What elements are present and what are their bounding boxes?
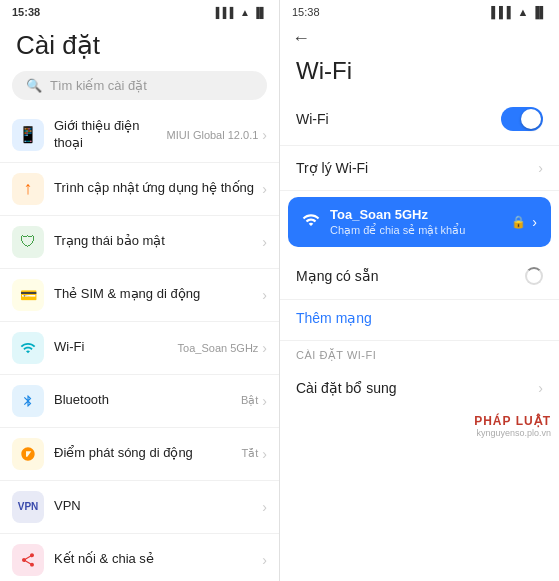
bluetooth-icon	[12, 385, 44, 417]
wifi-status-icon: ▲	[518, 6, 529, 18]
connection-content: Kết nối & chia sẻ	[54, 551, 262, 568]
available-label: Mạng có sẵn	[296, 268, 379, 284]
wifi-settings-section: CÀI ĐẶT WI-FI Cài đặt bổ sung ›	[280, 340, 559, 410]
lock-icon: 🔒	[511, 215, 526, 229]
status-icons-right: ▌▌▌ ▲ ▐▌	[491, 6, 547, 18]
bluetooth-content: Bluetooth	[54, 392, 241, 409]
back-button[interactable]: ←	[292, 28, 310, 49]
settings-item-system-update[interactable]: ↑ Trình cập nhật ứng dụng hệ thống ›	[0, 163, 279, 216]
settings-item-wifi[interactable]: Wi-Fi Toa_Soan 5GHz ›	[0, 322, 279, 375]
wifi-value: Toa_Soan 5GHz	[178, 342, 259, 354]
available-networks-row: Mạng có sẵn	[280, 253, 559, 300]
watermark-brand: PHÁP LUẬT	[280, 414, 551, 428]
settings-list: 📱 Giới thiệu điện thoại MIUI Global 12.0…	[0, 108, 279, 581]
bluetooth-value: Bật	[241, 394, 258, 407]
connected-chevron: ›	[532, 214, 537, 230]
time-right: 15:38	[292, 6, 320, 18]
status-bar-right: 15:38 ▌▌▌ ▲ ▐▌	[280, 0, 559, 22]
search-placeholder: Tìm kiếm cài đặt	[50, 78, 147, 93]
wifi-additional-settings[interactable]: Cài đặt bổ sung ›	[280, 366, 559, 410]
settings-item-sim[interactable]: 💳 Thẻ SIM & mạng di động ›	[0, 269, 279, 322]
vpn-title: VPN	[54, 498, 262, 515]
wifi-assistant-chevron: ›	[538, 160, 543, 176]
system-update-icon: ↑	[12, 173, 44, 205]
wifi-panel: 15:38 ▌▌▌ ▲ ▐▌ ← Wi-Fi Wi-Fi Trợ lý Wi	[280, 0, 559, 581]
settings-item-bluetooth[interactable]: Bluetooth Bật ›	[0, 375, 279, 428]
about-phone-content: Giới thiệu điện thoại	[54, 118, 167, 152]
time-left: 15:38	[12, 6, 40, 18]
sim-icon: 💳	[12, 279, 44, 311]
toggle-knob	[521, 109, 541, 129]
about-phone-icon: 📱	[12, 119, 44, 151]
settings-item-security[interactable]: 🛡 Trạng thái bảo mật ›	[0, 216, 279, 269]
vpn-content: VPN	[54, 498, 262, 515]
wifi-toggle-label: Wi-Fi	[296, 111, 329, 127]
wifi-header: ←	[280, 22, 559, 53]
connected-network-name: Toa_Soan 5GHz	[330, 207, 511, 222]
hotspot-icon	[12, 438, 44, 470]
wifi-settings-chevron: ›	[538, 380, 543, 396]
system-update-title: Trình cập nhật ứng dụng hệ thống	[54, 180, 262, 197]
system-update-content: Trình cập nhật ứng dụng hệ thống	[54, 180, 262, 197]
wifi-chevron: ›	[262, 340, 267, 356]
watermark: PHÁP LUẬT kynguyenso.plo.vn	[280, 410, 559, 442]
vpn-icon: VPN	[12, 491, 44, 523]
connection-icon	[12, 544, 44, 576]
connected-wifi-icon	[302, 211, 320, 233]
wifi-assistant-label: Trợ lý Wi-Fi	[296, 160, 368, 176]
wifi-title: Wi-Fi	[280, 53, 559, 93]
about-phone-title: Giới thiệu điện thoại	[54, 118, 167, 152]
connected-info: Toa_Soan 5GHz Chạm để chia sẻ mật khẩu	[330, 207, 511, 237]
search-bar[interactable]: 🔍 Tìm kiếm cài đặt	[12, 71, 267, 100]
security-content: Trạng thái bảo mật	[54, 233, 262, 250]
wifi-icon-left: ▲	[240, 7, 250, 18]
hotspot-value: Tắt	[242, 447, 259, 460]
wifi-icon-item	[12, 332, 44, 364]
about-phone-chevron: ›	[262, 127, 267, 143]
wifi-toggle-row[interactable]: Wi-Fi	[280, 93, 559, 146]
settings-item-hotspot[interactable]: Điểm phát sóng di động Tắt ›	[0, 428, 279, 481]
security-icon: 🛡	[12, 226, 44, 258]
vpn-chevron: ›	[262, 499, 267, 515]
hotspot-chevron: ›	[262, 446, 267, 462]
security-chevron: ›	[262, 234, 267, 250]
settings-item-about-phone[interactable]: 📱 Giới thiệu điện thoại MIUI Global 12.0…	[0, 108, 279, 163]
connected-network-hint: Chạm để chia sẻ mật khẩu	[330, 224, 511, 237]
about-phone-value: MIUI Global 12.0.1	[167, 129, 259, 141]
connection-title: Kết nối & chia sẻ	[54, 551, 262, 568]
watermark-url: kynguyenso.plo.vn	[280, 428, 551, 438]
wifi-assistant-row[interactable]: Trợ lý Wi-Fi ›	[280, 146, 559, 191]
sim-chevron: ›	[262, 287, 267, 303]
status-icons-left: ▌▌▌ ▲ ▐▌	[216, 7, 267, 18]
add-network-button[interactable]: Thêm mạng	[280, 300, 559, 336]
battery-icon-right: ▐▌	[531, 6, 547, 18]
settings-item-vpn[interactable]: VPN VPN ›	[0, 481, 279, 534]
sim-content: Thẻ SIM & mạng di động	[54, 286, 262, 303]
security-title: Trạng thái bảo mật	[54, 233, 262, 250]
connection-chevron: ›	[262, 552, 267, 568]
wifi-content: Wi-Fi	[54, 339, 178, 356]
bluetooth-chevron: ›	[262, 393, 267, 409]
hotspot-title: Điểm phát sóng di động	[54, 445, 242, 462]
bluetooth-title: Bluetooth	[54, 392, 241, 409]
wifi-settings-section-label: CÀI ĐẶT WI-FI	[280, 341, 559, 366]
wifi-content-list: Wi-Fi Trợ lý Wi-Fi › Toa_Soan 5GHz	[280, 93, 559, 581]
loading-spinner	[525, 267, 543, 285]
signal-icon: ▌▌▌	[216, 7, 237, 18]
wifi-toggle-switch[interactable]	[501, 107, 543, 131]
settings-title: Cài đặt	[0, 22, 279, 67]
battery-icon-left: ▐▌	[253, 7, 267, 18]
wifi-additional-label: Cài đặt bổ sung	[296, 380, 397, 396]
signal-icon-right: ▌▌▌	[491, 6, 514, 18]
sim-title: Thẻ SIM & mạng di động	[54, 286, 262, 303]
search-icon: 🔍	[26, 78, 42, 93]
settings-item-connection-share[interactable]: Kết nối & chia sẻ ›	[0, 534, 279, 581]
connected-network-container: Toa_Soan 5GHz Chạm để chia sẻ mật khẩu 🔒…	[280, 197, 559, 247]
settings-panel: 15:38 ▌▌▌ ▲ ▐▌ Cài đặt 🔍 Tìm kiếm cài đặ…	[0, 0, 280, 581]
wifi-title: Wi-Fi	[54, 339, 178, 356]
connected-network[interactable]: Toa_Soan 5GHz Chạm để chia sẻ mật khẩu 🔒…	[288, 197, 551, 247]
status-bar-left: 15:38 ▌▌▌ ▲ ▐▌	[0, 0, 279, 22]
hotspot-content: Điểm phát sóng di động	[54, 445, 242, 462]
system-update-chevron: ›	[262, 181, 267, 197]
